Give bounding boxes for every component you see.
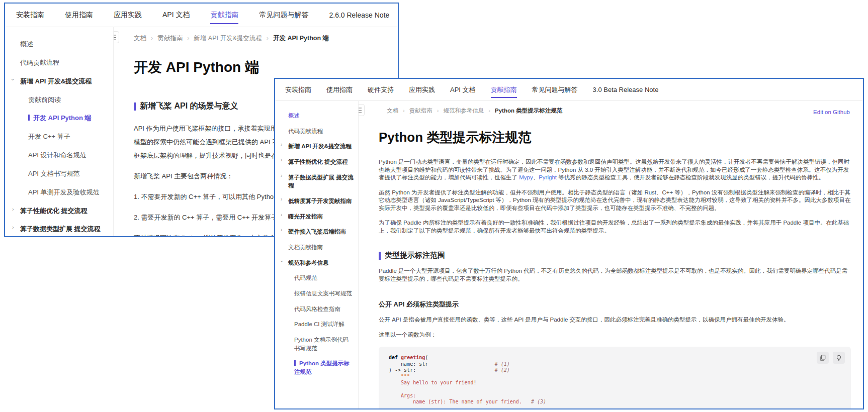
sidebar-item[interactable]: 代码贡献流程 (5, 54, 113, 72)
top-nav: 安装指南使用指南应用实践API 文档贡献指南常见问题与解答2.6.0 Relea… (5, 4, 398, 27)
edit-on-github-link[interactable]: Edit on Github (813, 109, 850, 115)
sidebar: 概述 代码贡献流程 新增 API 开发&提交流程 贡献前阅读 (5, 27, 114, 236)
nav-tab[interactable]: API 文档 (162, 4, 190, 27)
nav-tab[interactable]: 贡献指南 (210, 4, 238, 27)
breadcrumb-item[interactable]: 贡献指南 (409, 107, 444, 115)
sidebar-item[interactable]: 代码贡献流程 (275, 124, 358, 139)
sidebar-item-label: 开发 C++ 算子 (28, 133, 70, 140)
breadcrumb-item[interactable]: 规范和参考信息 (444, 107, 495, 115)
sidebar-item[interactable]: Python 文档示例代码书写规范 (275, 332, 358, 356)
nav-tab[interactable]: 使用指南 (326, 79, 353, 100)
subsection-heading: 公开 API 必须标注类型提示 (379, 300, 851, 309)
breadcrumb-item[interactable]: 文档 (387, 107, 409, 115)
sidebar-item[interactable]: 算子性能优化 提交流程 (5, 202, 113, 221)
sidebar-item[interactable]: 报错信息文案书写规范 (275, 286, 358, 301)
sidebar-item-label: Python 类型提示标注规范 (294, 360, 350, 375)
sidebar-item-label: 曙光开发指南 (288, 214, 323, 220)
sidebar-item[interactable]: 文档贡献指南 (275, 240, 358, 255)
sidebar-item[interactable]: 算子数据类型扩展 提交流程 (275, 170, 358, 193)
sidebar-item[interactable]: 开发 API Python 端 (5, 109, 113, 128)
sidebar-item-label: Python 文档示例代码书写规范 (294, 337, 349, 351)
window-python-type-hints: 安装指南使用指南硬件支持应用实践API 文档贡献指南常见问题与解答3.0 Bet… (274, 78, 864, 409)
section-heading-text: 新增飞桨 API 的场景与意义 (140, 101, 238, 112)
sidebar-item[interactable]: 概述 (275, 108, 358, 124)
chevron-icon (281, 228, 282, 233)
sidebar-item-label: 算子数据类型扩展 提交流程 (288, 174, 354, 189)
chevron-icon (281, 197, 282, 202)
chevron-icon (281, 158, 282, 163)
sidebar-collapse-icon (359, 108, 362, 113)
sidebar-item-label: 贡献前阅读 (28, 96, 61, 104)
section-heading: 类型提示标注范围 (379, 251, 851, 260)
chevron-icon (281, 213, 282, 218)
chevron-icon (281, 173, 282, 178)
sidebar-item[interactable]: API 设计和命名规范 (5, 146, 113, 165)
code-content[interactable]: def greeting( name: str # (1)) -> str: #… (389, 355, 841, 408)
sidebar-item[interactable]: 贡献前阅读 (5, 91, 113, 110)
page-title: Python 类型提示标注规范 (379, 129, 851, 146)
sidebar-item-label: 规范和参考信息 (288, 260, 329, 266)
window-body: 概述 代码贡献流程 新增 API 开发&提交流程 算子性能优化 提交流程 (275, 101, 863, 408)
copy-icon (820, 355, 826, 361)
sidebar-item[interactable]: 规范和参考信息 (275, 255, 358, 271)
copy-code-button[interactable] (817, 352, 829, 364)
nav-tab[interactable]: 硬件支持 (368, 79, 394, 100)
hint-button[interactable] (833, 352, 845, 364)
breadcrumb-item[interactable]: Python 类型提示标注规范 (495, 107, 562, 115)
sidebar-toggle-button[interactable] (114, 31, 119, 43)
paragraph-intro: Python 是一门动态类型语言，变量的类型在运行时确定，因此不需要在函数参数和… (379, 158, 851, 182)
chevron-icon (12, 225, 14, 230)
nav-tab[interactable]: 2.6.0 Release Note (329, 4, 389, 27)
sidebar-item-label: 新增 API 开发&提交流程 (288, 143, 352, 149)
code-toolbar (817, 352, 845, 364)
sidebar-item[interactable]: Paddle CI 测试详解 (275, 317, 358, 332)
chevron-icon (279, 260, 284, 262)
sidebar-item-label: API 文档书写规范 (28, 170, 80, 177)
sidebar-item[interactable]: 硬件接入飞桨后端指南 (275, 224, 358, 240)
sidebar-item[interactable]: 算子性能优化 提交流程 (275, 154, 358, 170)
section-bar-icon (134, 102, 136, 111)
sidebar-item[interactable]: 曙光开发指南 (275, 209, 358, 225)
nav-tab[interactable]: 贡献指南 (491, 79, 517, 100)
nav-tab[interactable]: 应用实践 (409, 79, 435, 100)
sidebar-item-label: 开发 API Python 端 (28, 114, 92, 122)
sidebar-item[interactable]: API 文档书写规范 (5, 165, 113, 183)
sidebar-item[interactable]: 低精度算子开发贡献指南 (275, 193, 358, 209)
sidebar-item[interactable]: 代码风格检查指南 (275, 301, 358, 317)
section-bar-icon (379, 252, 381, 260)
paragraph-2: 虽然 Python 为开发者提供了标注类型注解的功能，但并不强制用户使用。相比于… (379, 189, 851, 213)
sidebar-item-label: 算子性能优化 提交流程 (288, 159, 348, 165)
nav-tab[interactable]: 安装指南 (285, 79, 311, 100)
breadcrumb-item[interactable]: 文档 (134, 34, 157, 43)
sidebar-item[interactable]: 代码规范 (275, 270, 358, 286)
sidebar-item[interactable]: 算子数据类型扩展 提交流程 (5, 220, 113, 236)
sidebar-item-label: 低精度算子开发贡献指南 (288, 198, 352, 204)
sidebar-item-label: 代码风格检查指南 (294, 306, 340, 312)
breadcrumb-item[interactable]: 新增 API 开发&提交流程 (194, 34, 273, 43)
sidebar-item[interactable]: Python 类型提示标注规范 (275, 356, 358, 379)
code-block: def greeting( name: str # (1)) -> str: #… (379, 347, 851, 408)
sidebar-item-label: API 设计和命名规范 (28, 151, 86, 159)
sidebar-item[interactable]: 概述 (5, 35, 113, 54)
sidebar-item[interactable]: 新增 API 开发&提交流程 (275, 139, 358, 154)
nav-tab[interactable]: 常见问题与解答 (259, 4, 308, 27)
nav-tab[interactable]: 安装指南 (16, 4, 44, 27)
nav-tab[interactable]: 常见问题与解答 (532, 79, 578, 100)
top-nav: 安装指南使用指南硬件支持应用实践API 文档贡献指南常见问题与解答3.0 Bet… (275, 79, 863, 101)
sidebar-item[interactable]: 新增 API 开发&提交流程 (5, 72, 113, 91)
nav-tab[interactable]: 3.0 Beta Release Note (593, 79, 659, 100)
nav-tab[interactable]: 应用实践 (114, 4, 142, 27)
paragraph-4: Paddle 是一个大型开源项目，包含了数十万行的 Python 代码，不乏有历… (379, 267, 851, 283)
paragraph-6: 这里以一个函数为例： (379, 331, 851, 339)
sidebar-item-label: 新增 API 开发&提交流程 (20, 77, 92, 85)
nav-tab[interactable]: API 文档 (450, 79, 476, 100)
sidebar-toggle-button[interactable] (359, 104, 365, 116)
nav-tab[interactable]: 使用指南 (65, 4, 93, 27)
breadcrumb: 文档贡献指南新增 API 开发&提交流程开发 API Python 端 (123, 34, 388, 43)
sidebar-item[interactable]: API 单测开发及验收规范 (5, 183, 113, 202)
sidebar-item-label: API 单测开发及验收规范 (28, 188, 100, 196)
page-title: 开发 API Python 端 (134, 58, 388, 77)
breadcrumb-item[interactable]: 贡献指南 (157, 34, 194, 43)
breadcrumb-item[interactable]: 开发 API Python 端 (273, 34, 329, 43)
sidebar-item[interactable]: 开发 C++ 算子 (5, 128, 113, 146)
